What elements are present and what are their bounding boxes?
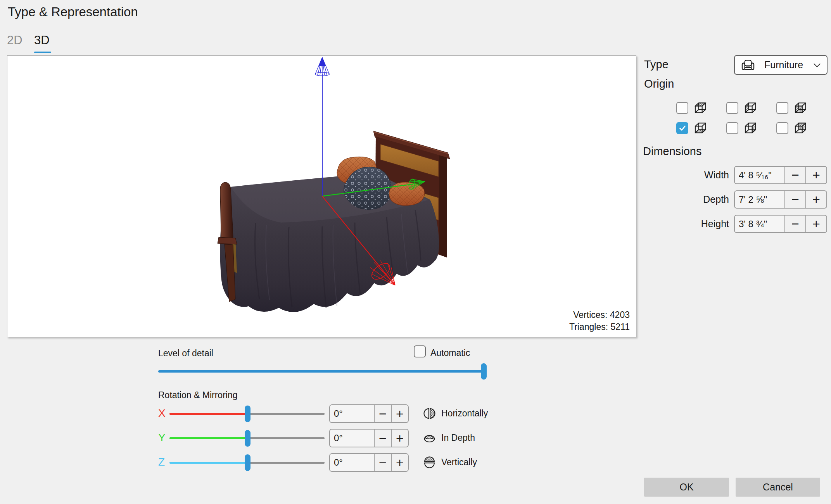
depth-label: Depth	[655, 194, 729, 205]
level-of-detail-slider-thumb[interactable]	[481, 363, 487, 380]
cancel-button[interactable]: Cancel	[736, 478, 820, 497]
automatic-label: Automatic	[430, 348, 470, 358]
origin-option-front	[776, 101, 807, 115]
armchair-icon	[741, 58, 755, 72]
width-label: Width	[655, 169, 729, 181]
origin-bottom-checkbox[interactable]	[676, 122, 688, 134]
x-rotation-slider-track-rest[interactable]	[247, 413, 325, 415]
tab-2d[interactable]: 2D	[7, 33, 22, 47]
depth-decrement-button[interactable]: −	[785, 191, 806, 208]
dimensions-section-label: Dimensions	[643, 145, 702, 158]
x-rotation-decrement-button[interactable]: −	[375, 405, 392, 422]
automatic-checkbox-wrap	[414, 345, 426, 357]
origin-right-checkbox[interactable]	[726, 122, 738, 134]
width-stepper: − +	[734, 166, 827, 184]
height-stepper: − +	[734, 215, 827, 233]
width-input[interactable]	[735, 167, 785, 183]
3d-preview-viewport[interactable]: Vertices: 4203 Triangles: 5211	[7, 55, 636, 337]
origin-option-bottom	[676, 121, 707, 135]
vertices-count: Vertices: 4203	[569, 309, 630, 321]
origin-cube-right-icon	[743, 121, 757, 135]
mirror-horizontally-button[interactable]: Horizontally	[423, 407, 488, 420]
y-rotation-stepper: − +	[329, 429, 409, 447]
active-tab-underline	[34, 52, 51, 53]
height-input[interactable]	[735, 216, 785, 232]
origin-option-left	[726, 101, 757, 115]
x-axis-label: X	[158, 407, 166, 419]
mirror-horizontal-icon	[423, 407, 436, 420]
origin-cube-bottom-icon	[693, 121, 707, 135]
origin-front-checkbox[interactable]	[776, 102, 788, 114]
type-dropdown-value: Furniture	[764, 59, 803, 71]
y-rotation-decrement-button[interactable]: −	[375, 430, 392, 447]
mesh-stats: Vertices: 4203 Triangles: 5211	[569, 309, 630, 333]
depth-stepper: − +	[734, 190, 827, 209]
x-rotation-stepper: − +	[329, 404, 409, 423]
y-rotation-slider-thumb[interactable]	[245, 430, 251, 447]
automatic-checkbox[interactable]	[414, 345, 426, 357]
x-rotation-input[interactable]	[330, 405, 375, 422]
height-increment-button[interactable]: +	[806, 216, 826, 232]
z-rotation-stepper: − +	[329, 453, 409, 472]
level-of-detail-label: Level of detail	[158, 348, 213, 359]
mirror-vertically-button[interactable]: Vertically	[423, 456, 477, 469]
level-of-detail-slider-track[interactable]	[158, 370, 486, 373]
z-rotation-slider-track-rest[interactable]	[247, 462, 325, 464]
title-divider	[7, 28, 831, 28]
z-rotation-increment-button[interactable]: +	[392, 454, 408, 471]
z-rotation-decrement-button[interactable]: −	[375, 454, 392, 471]
tab-3d[interactable]: 3D	[34, 33, 50, 47]
y-rotation-slider-track[interactable]	[169, 437, 247, 439]
origin-cube-back-icon	[793, 121, 807, 135]
origin-top-checkbox[interactable]	[676, 102, 688, 114]
origin-cube-top-icon	[693, 101, 707, 115]
mirror-in-depth-label: In Depth	[441, 433, 475, 443]
height-label: Height	[655, 218, 729, 230]
width-increment-button[interactable]: +	[806, 167, 826, 183]
rotation-mirroring-label: Rotation & Mirroring	[158, 390, 238, 400]
mirror-vertically-label: Vertically	[441, 457, 477, 468]
ok-button[interactable]: OK	[644, 478, 729, 497]
pillow-rust-right	[389, 182, 425, 205]
width-decrement-button[interactable]: −	[785, 167, 806, 183]
x-rotation-increment-button[interactable]: +	[392, 405, 408, 422]
mirror-vertical-icon	[423, 456, 436, 469]
origin-option-right	[726, 121, 757, 135]
chevron-down-icon	[812, 60, 822, 70]
origin-back-checkbox[interactable]	[776, 122, 788, 134]
dialog-title: Type & Representation	[8, 5, 138, 19]
triangles-count: Triangles: 5211	[569, 321, 630, 333]
type-dropdown[interactable]: Furniture	[734, 55, 828, 75]
type-section-label: Type	[644, 58, 669, 71]
y-axis-label: Y	[158, 432, 166, 444]
origin-section-label: Origin	[644, 78, 674, 90]
z-axis-label: Z	[158, 456, 165, 468]
y-rotation-increment-button[interactable]: +	[392, 430, 408, 447]
mirror-in-depth-button[interactable]: In Depth	[423, 432, 475, 444]
check-icon	[678, 124, 687, 132]
origin-cube-front-icon	[793, 101, 807, 115]
z-rotation-input[interactable]	[330, 454, 375, 471]
mirror-horizontally-label: Horizontally	[441, 408, 488, 419]
y-rotation-slider-track-rest[interactable]	[247, 437, 325, 439]
x-rotation-slider-track[interactable]	[169, 413, 247, 415]
bed-3d-model	[7, 56, 636, 337]
y-rotation-input[interactable]	[330, 430, 375, 447]
height-decrement-button[interactable]: −	[785, 216, 806, 232]
origin-option-back	[776, 121, 807, 135]
z-axis-arrow	[315, 57, 330, 196]
origin-option-top	[676, 101, 707, 115]
mirror-depth-icon	[423, 432, 436, 444]
origin-left-checkbox[interactable]	[726, 102, 738, 114]
depth-input[interactable]	[735, 191, 785, 208]
depth-increment-button[interactable]: +	[806, 191, 826, 208]
z-rotation-slider-thumb[interactable]	[245, 454, 251, 471]
z-rotation-slider-track[interactable]	[169, 462, 247, 464]
x-rotation-slider-thumb[interactable]	[245, 406, 251, 422]
origin-cube-left-icon	[743, 101, 757, 115]
